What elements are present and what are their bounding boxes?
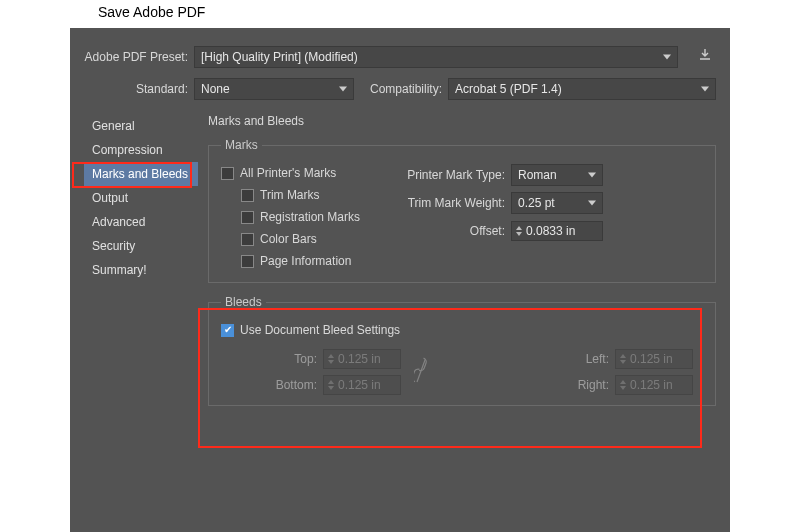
standard-label: Standard: [84,82,194,96]
printer-mark-type-label: Printer Mark Type: [391,168,511,182]
printer-mark-type-value: Roman [518,168,557,182]
bleed-top-value: 0.125 in [338,352,381,366]
bleed-right-label: Right: [553,378,615,392]
bleed-bottom-label: Bottom: [261,378,323,392]
preset-row: Adobe PDF Preset: [High Quality Print] (… [84,46,716,68]
sidebar-item-summary[interactable]: Summary! [84,258,198,282]
sidebar-item-label: General [92,119,135,133]
chevron-down-icon [339,87,347,92]
registration-marks-label: Registration Marks [260,210,360,224]
preset-select[interactable]: [High Quality Print] (Modified) [194,46,678,68]
svg-line-0 [417,360,425,382]
stepper-icon [620,354,626,364]
trim-mark-weight-select[interactable]: 0.25 pt [511,192,603,214]
printer-mark-type-select[interactable]: Roman [511,164,603,186]
color-bars-checkbox[interactable] [241,233,254,246]
compatibility-value: Acrobat 5 (PDF 1.4) [455,82,562,96]
registration-marks-checkbox[interactable] [241,211,254,224]
sidebar-item-output[interactable]: Output [84,186,198,210]
marks-fieldset: Marks All Printer's Marks Trim Marks [208,138,716,283]
color-bars-label: Color Bars [260,232,317,246]
marks-checkboxes: All Printer's Marks Trim Marks Registrat… [221,162,391,272]
preset-label: Adobe PDF Preset: [84,50,194,64]
sidebar-item-label: Summary! [92,263,147,277]
bleeds-fieldset: Bleeds Use Document Bleed Settings Top: … [208,295,716,406]
chevron-down-icon [701,87,709,92]
standard-select[interactable]: None [194,78,354,100]
link-values-icon [401,356,441,389]
trim-mark-weight-value: 0.25 pt [518,196,555,210]
sidebar-item-label: Marks and Bleeds [92,167,188,181]
bleed-top-input: 0.125 in [323,349,401,369]
use-document-bleed-label: Use Document Bleed Settings [240,323,400,337]
bleed-left-value: 0.125 in [630,352,673,366]
all-printers-marks-label: All Printer's Marks [240,166,336,180]
page-information-label: Page Information [260,254,351,268]
save-pdf-dialog: Save Adobe PDF Adobe PDF Preset: [High Q… [0,0,800,532]
offset-value: 0.0833 in [526,224,575,238]
bleed-left-input: 0.125 in [615,349,693,369]
sidebar-item-compression[interactable]: Compression [84,138,198,162]
sidebar-item-advanced[interactable]: Advanced [84,210,198,234]
trim-mark-weight-label: Trim Mark Weight: [391,196,511,210]
bleed-right-input: 0.125 in [615,375,693,395]
bleed-bottom-value: 0.125 in [338,378,381,392]
trim-marks-label: Trim Marks [260,188,320,202]
marks-options: Printer Mark Type: Roman Trim Mark Weigh… [391,162,703,272]
category-sidebar: General Compression Marks and Bleeds Out… [84,114,198,418]
chevron-down-icon [588,173,596,178]
standard-compat-row: Standard: None Compatibility: Acrobat 5 … [84,78,716,100]
marks-legend: Marks [221,138,262,152]
compatibility-label: Compatibility: [370,82,448,96]
stepper-icon [620,380,626,390]
compatibility-select[interactable]: Acrobat 5 (PDF 1.4) [448,78,716,100]
bleed-right-value: 0.125 in [630,378,673,392]
download-icon[interactable] [698,48,712,65]
sidebar-item-general[interactable]: General [84,114,198,138]
trim-marks-checkbox[interactable] [241,189,254,202]
sidebar-item-marks-and-bleeds[interactable]: Marks and Bleeds [84,162,198,186]
stepper-icon [328,380,334,390]
stepper-icon[interactable] [516,226,522,236]
panel-content: Marks and Bleeds Marks All Printer's Mar… [198,114,716,418]
offset-input[interactable]: 0.0833 in [511,221,603,241]
chevron-down-icon [663,55,671,60]
sidebar-item-label: Output [92,191,128,205]
panel-title: Marks and Bleeds [208,114,716,128]
standard-value: None [201,82,230,96]
bleed-bottom-input: 0.125 in [323,375,401,395]
bleed-values: Top: 0.125 in Bottom: 0.125 i [221,349,703,395]
dialog-body: Adobe PDF Preset: [High Quality Print] (… [70,28,730,532]
bleed-left-label: Left: [553,352,615,366]
all-printers-marks-checkbox[interactable] [221,167,234,180]
window-title: Save Adobe PDF [0,0,800,28]
bleed-top-label: Top: [261,352,323,366]
sidebar-item-security[interactable]: Security [84,234,198,258]
chevron-down-icon [588,201,596,206]
page-information-checkbox[interactable] [241,255,254,268]
sidebar-item-label: Compression [92,143,163,157]
stepper-icon [328,354,334,364]
offset-label: Offset: [391,224,511,238]
preset-value: [High Quality Print] (Modified) [201,50,358,64]
bleeds-legend: Bleeds [221,295,266,309]
sidebar-item-label: Security [92,239,135,253]
use-document-bleed-checkbox[interactable] [221,324,234,337]
sidebar-item-label: Advanced [92,215,145,229]
